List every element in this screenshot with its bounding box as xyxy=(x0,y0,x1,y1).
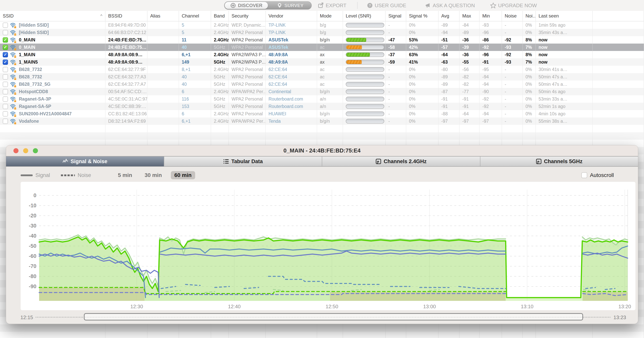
range-button-5min[interactable]: 5 min xyxy=(114,171,136,179)
last_seen-cell: 30min 41s a… xyxy=(536,66,593,73)
column-header-Last seen[interactable]: Last seen xyxy=(536,11,593,21)
tab-tabular-data[interactable]: Tabular Data xyxy=(164,157,322,166)
column-header-Min[interactable]: Min xyxy=(480,11,502,21)
list-icon xyxy=(223,158,229,164)
signal-cell: -59 xyxy=(386,58,406,66)
tab-channels-5ghz[interactable]: Channels 5GHz xyxy=(480,157,638,166)
user-guide-button[interactable]: ? USER GUIDE xyxy=(367,0,406,11)
min-cell: -92 xyxy=(480,43,502,51)
empty-cell xyxy=(317,132,343,140)
noise_pct-cell: 0% xyxy=(523,29,536,36)
security-cell: WPA2 Personal xyxy=(229,43,266,51)
detail-window-titlebar[interactable]: 0_MAIN - 24:4B:FE:BD:75:E4 xyxy=(6,145,638,156)
row-checkbox[interactable] xyxy=(3,82,8,87)
svg-text:?: ? xyxy=(369,4,371,7)
table-row-1_MAIN[interactable]: ✓ 1_MAIN48:A9:8A:08:9…6,+12.4GHzWPA2/WPA… xyxy=(0,51,644,58)
row-checkbox[interactable] xyxy=(3,30,8,35)
column-header-Avg[interactable]: Avg xyxy=(438,11,460,21)
security-cell: WPA2/WPA3 P… xyxy=(229,51,266,58)
autoscroll-label: Autoscroll xyxy=(590,172,614,178)
column-header-Band[interactable]: Band xyxy=(211,11,229,21)
empty-cell xyxy=(266,325,317,332)
column-header-Vendor[interactable]: Vendor xyxy=(266,11,317,21)
tab-channels-2-4ghz[interactable]: Channels 2.4GHz xyxy=(322,157,480,166)
noise-cell: - xyxy=(502,88,523,95)
svg-text:13:10: 13:10 xyxy=(521,304,534,310)
noise-cell: - xyxy=(502,80,523,88)
row-checkbox[interactable] xyxy=(3,111,8,116)
column-header-Channel[interactable]: Channel xyxy=(179,11,211,21)
column-header-Max[interactable]: Max xyxy=(460,11,480,21)
signal-cell: - xyxy=(386,80,406,88)
empty-cell xyxy=(148,125,179,132)
zoom-button[interactable] xyxy=(33,148,38,153)
table-row-0_MAIN[interactable]: ✓ 0_MAIN24:4B:FE:BD:75…112.4GHzWPA2 Pers… xyxy=(0,36,644,43)
tab-signal-noise[interactable]: Signal & Noise xyxy=(6,157,164,166)
table-row-Vodafone[interactable]: VodafoneD8:32:14:9A:F2:696,+12.4GHzWPA/W… xyxy=(0,117,644,125)
table-row-B628_7732[interactable]: B628_773262:CE:64:32:77:9F8,+12.4GHzWPA2… xyxy=(0,66,644,73)
table-row-Raganet-SA-5P[interactable]: Raganet-SA-5P4C:5E:0C:8B:39:…1535GHzWPA2… xyxy=(0,103,644,110)
column-header-Noise[interactable]: Noise xyxy=(502,11,523,21)
empty-cell xyxy=(148,325,179,332)
close-button[interactable] xyxy=(14,148,18,153)
range-button-60min[interactable]: 60 min xyxy=(171,171,195,179)
column-header-Security[interactable]: Security xyxy=(229,11,266,21)
column-header-Signal[interactable]: Signal xyxy=(386,11,406,21)
row-checkbox[interactable]: ✓ xyxy=(3,37,8,42)
level-snr-bar xyxy=(346,119,384,123)
survey-tab[interactable]: SURVEY xyxy=(268,1,312,9)
row-checkbox[interactable]: ✓ xyxy=(3,45,8,50)
column-header-BSSID[interactable]: BSSID xyxy=(106,11,148,21)
ssid-label: Raganet-SA-3P xyxy=(19,96,51,102)
empty-cell xyxy=(593,29,644,36)
table-row-SUN2000-HV21A0004847[interactable]: SUN2000-HV21A0004847CC:B1:82:4E:13:0662.… xyxy=(0,110,644,117)
row-checkbox[interactable] xyxy=(3,89,8,94)
bssid-cell: 24:4B:FE:BD:75… xyxy=(106,36,148,43)
column-header-Noi…[interactable]: Noi… xyxy=(523,11,536,21)
min-cell: -93 xyxy=(480,21,502,29)
empty-cell xyxy=(211,332,229,338)
max-cell: -39 xyxy=(460,43,480,51)
table-row-B628_7732_5G[interactable]: B628_7732_5G62:CE:64:32:77:A7405GHzWPA2 … xyxy=(0,80,644,88)
max-cell: -82 xyxy=(460,80,480,88)
last_seen-cell: now xyxy=(536,51,593,58)
ask-a-question-button[interactable]: ASK A QUESTION xyxy=(425,0,475,11)
column-header-SSID[interactable]: SSID^ xyxy=(0,11,106,21)
bssid-cell: 62:CE:64:32:77:A3 xyxy=(106,73,148,80)
range-button-30min[interactable]: 30 min xyxy=(141,171,166,179)
autoscroll-checkbox[interactable] xyxy=(581,172,587,178)
table-row-HiddenSSID[interactable]: [Hidden SSID]64:66:B3:D7:C2:1252.4GHzWPA… xyxy=(0,29,644,36)
traffic-lights xyxy=(14,145,38,156)
row-checkbox[interactable] xyxy=(3,22,8,28)
discover-tab[interactable]: DISCOVER xyxy=(225,2,268,9)
minimize-button[interactable] xyxy=(23,148,28,153)
slider-selection-handle[interactable] xyxy=(84,313,583,321)
empty-cell xyxy=(523,125,536,132)
row-checkbox[interactable] xyxy=(3,67,8,72)
row-checkbox[interactable] xyxy=(3,74,8,79)
table-row-0_MAIN[interactable]: ✓ 0_MAIN24:4B:FE:BD:75…405GHzWPA2 Person… xyxy=(0,43,644,51)
export-button[interactable]: EXPORT xyxy=(318,0,346,11)
row-checkbox[interactable]: ✓ xyxy=(3,52,8,57)
table-row-B628_7732[interactable]: B628_773262:CE:64:32:77:A3405GHzWPA2 Per… xyxy=(0,73,644,80)
security-cell: WPA/WPA2 Per… xyxy=(229,117,266,125)
table-row-HotspotCDD8[interactable]: HotspotCDD800:54:AF:5C:CD:…62.4GHzWPA/WP… xyxy=(0,88,644,95)
column-header-Alias[interactable]: Alias xyxy=(148,11,179,21)
row-checkbox[interactable] xyxy=(3,96,8,102)
row-checkbox[interactable] xyxy=(3,104,8,109)
upgrade-now-button[interactable]: UPGRADE NOW xyxy=(490,0,537,11)
column-header-Mode[interactable]: Mode xyxy=(317,11,343,21)
empty-cell xyxy=(593,132,644,140)
row-checkbox[interactable] xyxy=(3,119,8,124)
column-header-Signal %[interactable]: Signal % xyxy=(406,11,438,21)
table-row-Raganet-SA-3P[interactable]: Raganet-SA-3P4C:5E:0C:31:AC:971165GHzWPA… xyxy=(0,95,644,103)
signal-cell: - xyxy=(386,110,406,117)
mode-cell: ac xyxy=(317,43,343,51)
avg-cell: -88 xyxy=(438,110,460,117)
table-row-HiddenSSID[interactable]: [Hidden SSID]E8:94:F6:49:7D:0052.4GHzWEP… xyxy=(0,21,644,29)
column-header-empty[interactable] xyxy=(593,11,644,21)
column-header-Level (SNR)[interactable]: Level (SNR) xyxy=(343,11,386,21)
row-checkbox[interactable]: ✓ xyxy=(3,59,8,65)
table-row-1_MAIN5[interactable]: ✓ 1_MAIN548:A9:8A:08:9…1495GHzWPA2/WPA3 … xyxy=(0,58,644,66)
band-cell: 2.4GHz xyxy=(211,21,229,29)
